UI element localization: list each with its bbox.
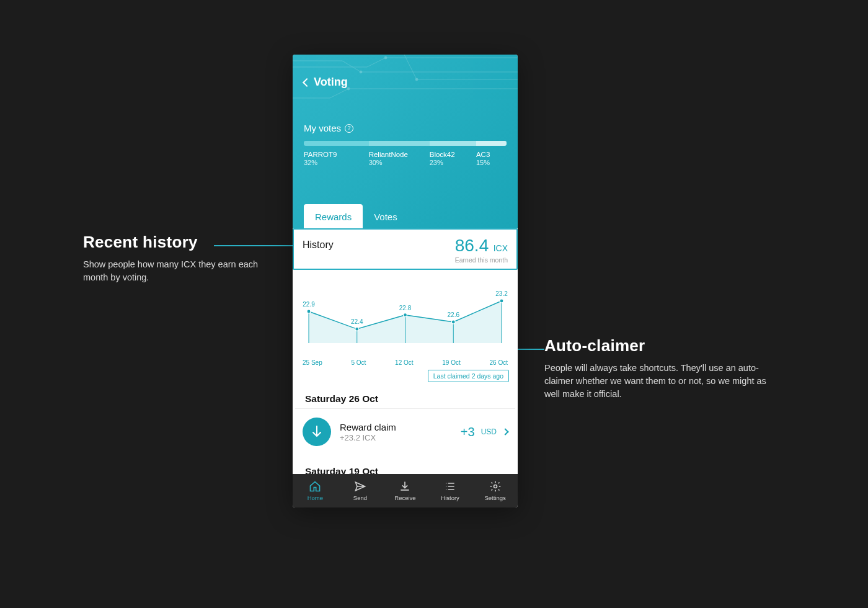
vote-bar-segment (476, 141, 507, 146)
vote-item-name: ReliantNode (369, 151, 430, 158)
svg-point-1 (360, 71, 362, 73)
date-header: Saturday 19 Oct (295, 455, 515, 474)
earnings-chart: 22.922.422.822.623.2 25 Sep5 Oct12 Oct19… (293, 270, 518, 366)
transaction-amount: +3 USD (461, 425, 508, 439)
vote-item[interactable]: ReliantNode30% (369, 151, 430, 166)
svg-point-0 (384, 56, 387, 59)
history-amount: 86.4 (455, 236, 489, 255)
bottom-nav: Home Send Receive History Settings (293, 474, 518, 507)
history-amount-row: 86.4 ICX (455, 236, 508, 256)
annotation-auto-claimer: Auto-claimer People will always take sho… (544, 336, 768, 401)
chart-x-label: 12 Oct (395, 359, 413, 366)
vote-item[interactable]: Block4223% (430, 151, 476, 166)
vote-item-pct: 30% (369, 159, 430, 166)
nav-receive[interactable]: Receive (383, 474, 428, 507)
chart-point-label: 23.2 (495, 290, 508, 297)
chart-point (307, 310, 311, 313)
vote-item-name: AC3 (476, 151, 507, 158)
vote-distribution-bar (304, 141, 507, 146)
vote-items: PARROT932%ReliantNode30%Block4223%AC315% (304, 151, 507, 166)
chart-point-label: 22.4 (351, 318, 363, 325)
annotation-body: People will always take shortcuts. They'… (544, 362, 768, 401)
content-area: History 86.4 ICX Earned this month 22.92… (293, 228, 518, 474)
history-subtext: Earned this month (455, 256, 508, 264)
chart-point-label: 22.6 (448, 311, 460, 318)
connector-line-right (517, 349, 544, 350)
settings-icon (489, 480, 502, 493)
my-votes-label: My votes ? (304, 123, 507, 133)
connector-line-left (214, 245, 294, 246)
chart-point-label: 22.9 (303, 301, 315, 308)
chart-point-label: 22.8 (399, 305, 412, 311)
transaction-title: Reward claim (340, 422, 452, 432)
chart-point (355, 327, 359, 331)
vote-item-pct: 23% (430, 159, 476, 166)
tab-rewards[interactable]: Rewards (304, 204, 363, 228)
chart-x-axis: 25 Sep5 Oct12 Oct19 Oct26 Oct (301, 358, 509, 366)
annotation-title: Auto-claimer (544, 336, 768, 355)
chart-point (451, 320, 455, 324)
nav-label: Settings (485, 494, 506, 501)
vote-item-pct: 15% (476, 159, 507, 166)
chevron-left-icon (303, 78, 311, 86)
reward-claim-icon (303, 418, 331, 446)
vote-item-name: PARROT9 (304, 151, 369, 158)
nav-label: Home (308, 494, 323, 501)
nav-label: History (441, 494, 459, 501)
history-label: History (303, 236, 334, 251)
nav-history[interactable]: History (428, 474, 473, 507)
history-summary-card: History 86.4 ICX Earned this month (293, 228, 518, 270)
page-title: Voting (314, 76, 348, 89)
chart-x-label: 19 Oct (442, 359, 460, 366)
history-icon (444, 480, 456, 493)
vote-bar-segment (430, 141, 476, 146)
annotation-recent-history: Recent history Show people how many ICX … (83, 233, 269, 284)
receive-icon (399, 480, 411, 493)
chart-x-label: 26 Oct (489, 359, 507, 366)
transaction-body: Reward claim +23.2 ICX (340, 422, 452, 442)
chart-x-label: 25 Sep (303, 359, 322, 366)
vote-bar-segment (304, 141, 369, 146)
chart-svg: 22.922.422.822.623.2 (301, 275, 509, 355)
svg-point-4 (494, 485, 497, 488)
chart-point (404, 313, 407, 317)
back-button[interactable]: Voting (304, 76, 348, 89)
my-votes-section: My votes ? PARROT932%ReliantNode30%Block… (304, 123, 507, 166)
send-icon (354, 480, 366, 493)
phone-frame: Voting My votes ? PARROT932%ReliantNode3… (293, 55, 518, 507)
annotation-title: Recent history (83, 233, 269, 252)
annotation-body: Show people how many ICX they earn each … (83, 258, 269, 284)
nav-label: Send (353, 494, 367, 501)
arrow-down-icon (311, 425, 323, 439)
transaction-value: +3 (461, 425, 475, 439)
nav-settings[interactable]: Settings (472, 474, 518, 507)
home-icon (309, 480, 321, 493)
vote-item-name: Block42 (430, 151, 476, 158)
nav-label: Receive (394, 494, 415, 501)
nav-send[interactable]: Send (338, 474, 383, 507)
date-header: Saturday 26 Oct (295, 382, 515, 409)
history-amount-block: 86.4 ICX Earned this month (455, 236, 508, 264)
nav-home[interactable]: Home (293, 474, 338, 507)
my-votes-text: My votes (304, 123, 341, 133)
vote-item[interactable]: AC315% (476, 151, 507, 166)
help-icon[interactable]: ? (345, 124, 353, 133)
chart-x-label: 5 Oct (351, 359, 366, 366)
tabs: Rewards Votes (304, 204, 409, 228)
history-unit: ICX (494, 243, 508, 253)
vote-bar-segment (369, 141, 430, 146)
vote-item[interactable]: PARROT932% (304, 151, 369, 166)
app-header: Voting My votes ? PARROT932%ReliantNode3… (293, 55, 518, 228)
chart-point (500, 299, 503, 303)
tab-votes[interactable]: Votes (363, 204, 409, 228)
vote-item-pct: 32% (304, 159, 369, 166)
transaction-row[interactable]: Reward claim +23.2 ICX +3 USD (293, 409, 518, 455)
transaction-currency: USD (481, 427, 497, 436)
chevron-right-icon (502, 428, 508, 435)
transaction-sub: +23.2 ICX (340, 433, 452, 442)
svg-point-2 (415, 78, 418, 81)
last-claimed-badge[interactable]: Last claimed 2 days ago (428, 370, 509, 382)
